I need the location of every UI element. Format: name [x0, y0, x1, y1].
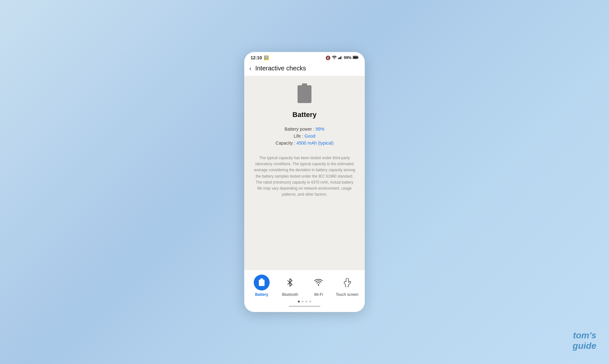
nav-items: Battery Bluetooth [244, 270, 365, 299]
nav-item-bluetooth[interactable]: Bluetooth [279, 275, 301, 297]
nav-label-battery: Battery [255, 292, 268, 297]
life-value: Good [304, 133, 315, 139]
signal-icon [338, 55, 343, 60]
pagination-dots [244, 299, 365, 306]
svg-rect-4 [341, 56, 342, 59]
capacity-stat-row: Capacity : 4500 mAh (typical) [251, 140, 358, 146]
bluetooth-nav-icon [282, 275, 298, 290]
status-right: 🔇 99% [325, 55, 358, 60]
back-button[interactable]: ‹ [249, 65, 252, 72]
battery-nav-icon-circle [254, 275, 270, 290]
toms-guide-watermark: tom's guide [573, 330, 596, 351]
nav-item-touchscreen[interactable]: Touch screen [336, 275, 358, 297]
dot-1 [298, 301, 300, 302]
wifi-status-icon [332, 55, 337, 60]
svg-rect-8 [259, 280, 265, 286]
dot-3 [305, 301, 307, 302]
battery-status-percent: 99% [344, 55, 351, 60]
page-title: Interactive checks [255, 65, 306, 72]
main-content: Battery Battery power : 99% Life : Good … [244, 76, 365, 270]
watermark-line2: guide [573, 341, 596, 351]
nav-item-wifi[interactable]: Wi-Fi [307, 275, 330, 297]
battery-status-icon [353, 55, 358, 60]
svg-rect-6 [358, 56, 358, 58]
photo-icon: 🖼️ [264, 55, 269, 60]
svg-rect-9 [260, 278, 263, 280]
svg-rect-7 [353, 56, 357, 58]
disclaimer-text: The typical capacity has been tested und… [251, 155, 358, 198]
watermark-line1: tom's [573, 330, 596, 340]
svg-rect-3 [340, 56, 341, 59]
svg-rect-1 [338, 58, 339, 59]
capacity-label: Capacity : [276, 140, 297, 146]
battery-section-title: Battery [292, 111, 317, 119]
svg-point-0 [334, 59, 335, 59]
capacity-value: 4500 mAh (typical) [297, 140, 334, 146]
dot-2 [302, 301, 304, 302]
battery-stats: Battery power : 99% Life : Good Capacity… [251, 127, 358, 147]
nav-item-battery[interactable]: Battery [251, 275, 273, 297]
svg-point-10 [318, 284, 319, 286]
power-label: Battery power : [285, 127, 316, 132]
nav-label-bluetooth: Bluetooth [282, 292, 298, 297]
status-bar: 12:10 🖼️ 🔇 99% [244, 52, 365, 62]
life-stat-row: Life : Good [251, 133, 358, 139]
home-indicator [289, 306, 320, 307]
bottom-nav: Battery Bluetooth [244, 270, 365, 312]
dot-4 [309, 301, 311, 302]
touch-nav-icon [339, 275, 355, 290]
wifi-nav-icon [311, 275, 326, 290]
nav-label-wifi: Wi-Fi [314, 292, 323, 297]
status-time: 12:10 [251, 55, 262, 60]
power-value: 99% [316, 127, 324, 132]
mute-icon: 🔇 [325, 55, 331, 60]
phone-frame: 12:10 🖼️ 🔇 99% [244, 52, 365, 312]
app-header: ‹ Interactive checks [244, 62, 365, 76]
battery-icon-large [298, 85, 311, 103]
svg-rect-2 [339, 57, 340, 59]
life-label: Life : [294, 133, 304, 139]
status-left: 12:10 🖼️ [251, 55, 269, 60]
power-stat-row: Battery power : 99% [251, 127, 358, 132]
nav-label-touchscreen: Touch screen [336, 292, 358, 297]
